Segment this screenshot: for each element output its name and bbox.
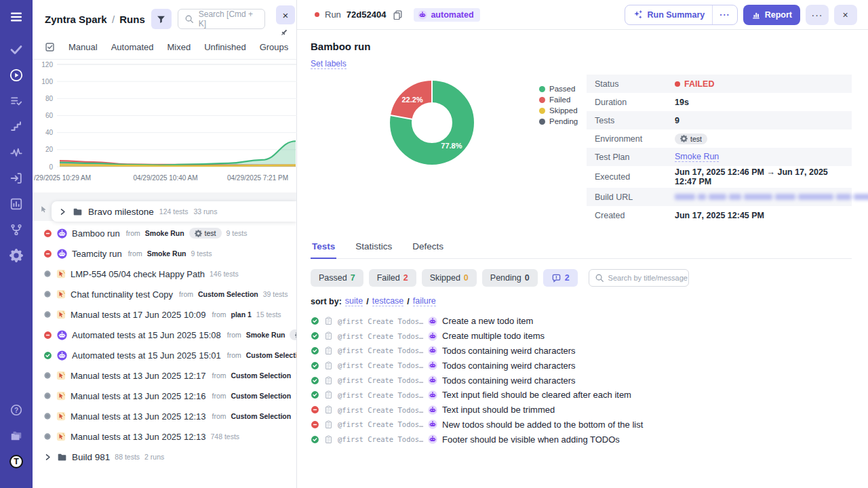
runs-tab-manual[interactable]: Manual	[68, 42, 98, 52]
test-row[interactable]: @first Create Todos…Todos containing wei…	[311, 373, 852, 388]
test-title[interactable]: Footer should be visible when adding TOD…	[442, 434, 620, 445]
test-row[interactable]: @first Create Todos…Footer should be vis…	[311, 432, 852, 447]
select-runs-checkbox-icon[interactable]	[45, 42, 55, 52]
runs-icon[interactable]	[9, 68, 24, 83]
tab-statistics[interactable]: Statistics	[354, 237, 393, 258]
test-row[interactable]: @first Create Todos…Create multiple todo…	[311, 329, 852, 344]
run-row[interactable]: Chat functinality test CopyfromCustom Se…	[33, 284, 296, 304]
test-row[interactable]: @first Create Todos…Todos containing wei…	[311, 358, 852, 373]
run-name[interactable]: Chat functinality test Copy	[71, 289, 173, 300]
branches-icon[interactable]	[9, 222, 24, 237]
tab-tests[interactable]: Tests	[311, 237, 336, 259]
breadcrumb-separator: /	[110, 14, 117, 25]
runs-tab-mixed[interactable]: Mixed	[167, 42, 191, 52]
tab-defects[interactable]: Defects	[411, 237, 445, 258]
runs-tab-automated[interactable]: Automated	[111, 42, 154, 52]
milestone-row[interactable]: Bravo milestone124 tests33 runs	[52, 201, 296, 222]
sort-link-suite[interactable]: suite	[345, 296, 363, 306]
runs-tab-unfinished[interactable]: Unfinished	[204, 42, 245, 52]
filter-pill-skipped[interactable]: Skipped0	[422, 269, 477, 287]
logo-icon[interactable]: T	[9, 454, 24, 469]
sort-link-testcase[interactable]: testcase	[372, 296, 404, 306]
import-icon[interactable]	[9, 171, 24, 186]
test-suite[interactable]: @first Create Todos…	[338, 420, 423, 428]
runs-tab-groups[interactable]: Groups	[260, 42, 289, 52]
settings-icon[interactable]	[9, 248, 24, 263]
run-row[interactable]: Automated tests at 15 Jun 2025 15:08from…	[33, 325, 296, 345]
test-row[interactable]: @first Create Todos…Text input field sho…	[311, 388, 852, 403]
filter-button[interactable]	[151, 9, 172, 29]
run-name[interactable]: Manual tests at 13 Jun 2025 12:13	[71, 411, 205, 422]
filter-pill-passed[interactable]: Passed7	[311, 269, 363, 287]
run-name[interactable]: LMP-554 05/04 check Happy Path	[71, 269, 205, 279]
run-row[interactable]: Manual tests at 13 Jun 2025 12:17fromCus…	[33, 365, 296, 386]
copy-run-id-button[interactable]	[391, 8, 404, 21]
run-name[interactable]: Manual tests at 13 Jun 2025 12:17	[71, 371, 205, 381]
run-row[interactable]: LMP-554 05/04 check Happy Path146 tests	[33, 264, 296, 284]
menu-icon[interactable]	[9, 9, 24, 24]
test-title[interactable]: New todos should be added to the bottom …	[442, 420, 643, 430]
test-plan-link[interactable]: Smoke Run	[675, 152, 719, 162]
test-title[interactable]: Todos containing weird characters	[442, 375, 576, 386]
run-summary-button[interactable]: Run Summary	[625, 5, 712, 24]
folder-name[interactable]: Build 981	[72, 452, 110, 462]
run-row[interactable]: Manual tests at 13 Jun 2025 12:13fromCus…	[33, 406, 296, 426]
pin-icon[interactable]	[280, 28, 288, 37]
plans-icon[interactable]	[9, 94, 24, 108]
run-name[interactable]: Bamboo run	[72, 228, 120, 239]
test-suite[interactable]: @first Create Todos…	[338, 332, 423, 340]
test-title[interactable]: Todos containing weird characters	[442, 361, 576, 371]
test-title[interactable]: Text input should be trimmed	[442, 405, 555, 415]
folder-row[interactable]: Build 98188 tests2 runs	[33, 447, 296, 467]
run-row[interactable]: Bamboo runfromSmoke Runtest9 tests	[33, 223, 296, 243]
run-name[interactable]: Manual tests at 13 Jun 2025 12:13	[71, 432, 205, 442]
sort-link-failure[interactable]: failure	[413, 296, 436, 306]
test-title[interactable]: Create a new todo item	[442, 316, 533, 326]
folder-name[interactable]: Bravo milestone	[88, 207, 154, 217]
run-name[interactable]: Manual tests at 17 Jun 2025 10:09	[71, 310, 205, 320]
pulse-icon[interactable]	[9, 145, 24, 160]
report-button[interactable]: Report	[743, 5, 800, 25]
breadcrumb-project[interactable]: Zyntra Spark	[45, 14, 107, 25]
run-name[interactable]: Teamcity run	[72, 249, 122, 259]
run-row[interactable]: Manual tests at 13 Jun 2025 12:13748 tes…	[33, 426, 296, 447]
filter-pill-pending[interactable]: Pending0	[482, 269, 538, 287]
test-row[interactable]: @first Create Todos…New todos should be …	[311, 418, 852, 432]
comments-filter-pill[interactable]: 2	[543, 269, 578, 287]
projects-icon[interactable]	[9, 428, 24, 443]
run-name[interactable]: Automated tests at 15 Jun 2025 15:08	[72, 330, 221, 340]
test-suite[interactable]: @first Create Todos…	[338, 406, 423, 414]
set-labels-link[interactable]: Set labels	[311, 59, 347, 69]
help-icon[interactable]: ?	[9, 403, 24, 418]
test-row[interactable]: @first Create Todos…Create a new todo it…	[311, 314, 852, 329]
tests-icon[interactable]	[9, 42, 24, 57]
panel-close-button[interactable]: ×	[276, 5, 295, 24]
analytics-icon[interactable]	[9, 197, 24, 211]
run-row[interactable]: Manual tests at 17 Jun 2025 10:09frompla…	[33, 304, 296, 325]
test-suite[interactable]: @first Create Todos…	[338, 317, 423, 325]
close-run-button[interactable]: ×	[834, 5, 857, 25]
test-suite[interactable]: @first Create Todos…	[338, 361, 423, 369]
test-suite[interactable]: @first Create Todos…	[338, 435, 423, 443]
steps-icon[interactable]	[9, 119, 24, 134]
run-row[interactable]: Automated tests at 15 Jun 2025 15:01from…	[33, 345, 296, 365]
run-row[interactable]: Teamcity runfromSmoke Run9 tests	[33, 243, 296, 264]
more-actions-button[interactable]: ···	[806, 5, 829, 25]
run-summary-more-button[interactable]: ···	[712, 5, 737, 24]
test-title[interactable]: Text input field should be cleared after…	[442, 390, 631, 400]
run-name[interactable]: Automated tests at 15 Jun 2025 15:01	[72, 350, 221, 361]
tests-search-input[interactable]: Search by title/message	[589, 269, 689, 287]
run-name[interactable]: Manual tests at 13 Jun 2025 12:16	[71, 391, 205, 401]
chevron-right-icon[interactable]	[58, 207, 67, 216]
chevron-right-icon[interactable]	[43, 453, 52, 462]
test-row[interactable]: @first Create Todos…Text input should be…	[311, 403, 852, 418]
runs-search-input[interactable]: Search [Cmd + K]	[178, 9, 265, 29]
test-row[interactable]: @first Create Todos…Todos containing wei…	[311, 344, 852, 359]
test-suite[interactable]: @first Create Todos…	[338, 391, 423, 399]
test-title[interactable]: Create multiple todo items	[442, 331, 545, 341]
test-title[interactable]: Todos containing weird characters	[442, 346, 576, 356]
run-row[interactable]: Manual tests at 13 Jun 2025 12:16fromCus…	[33, 386, 296, 406]
test-suite[interactable]: @first Create Todos…	[338, 376, 423, 384]
test-suite[interactable]: @first Create Todos…	[338, 346, 423, 354]
filter-pill-failed[interactable]: Failed2	[369, 269, 416, 287]
